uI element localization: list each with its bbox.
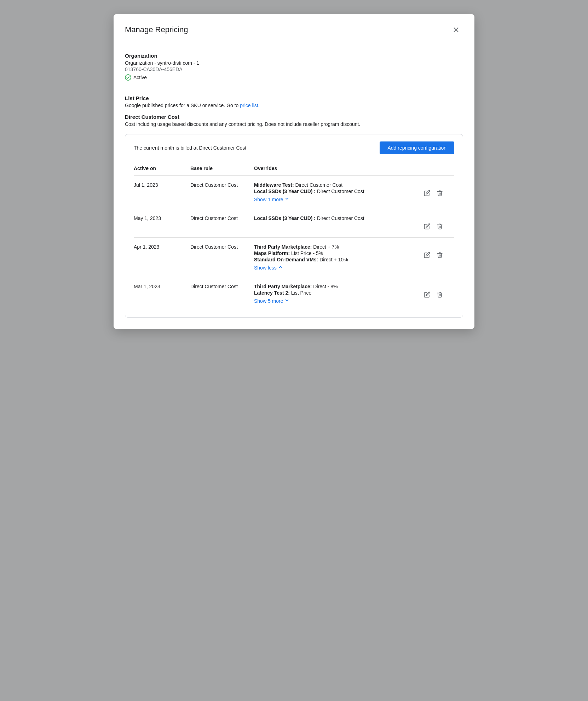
cell-base-rule: Direct Customer Cost — [190, 238, 254, 277]
close-button[interactable] — [449, 23, 463, 37]
table-row: Mar 1, 2023Direct Customer CostThird Par… — [134, 277, 454, 311]
table-row: Jul 1, 2023Direct Customer CostMiddlewar… — [134, 176, 454, 209]
delete-button[interactable] — [435, 189, 444, 198]
chevron-down-icon — [284, 298, 289, 304]
table-header-row: Active on Base rule Overrides — [134, 161, 454, 176]
col-overrides: Overrides — [254, 161, 422, 176]
modal: Manage Repricing Organization Organizati… — [114, 14, 474, 329]
col-base-rule: Base rule — [190, 161, 254, 176]
list-price-title: List Price — [125, 95, 463, 101]
chevron-down-icon — [284, 196, 289, 202]
price-list-link[interactable]: price list — [240, 103, 258, 108]
delete-icon — [437, 291, 443, 298]
modal-title: Manage Repricing — [125, 25, 188, 34]
override-item: Third Party Marketplace: Direct - 8% — [254, 284, 418, 289]
org-section-title: Organization — [125, 53, 463, 59]
cell-date: Jul 1, 2023 — [134, 176, 190, 209]
cell-actions — [422, 238, 454, 277]
edit-icon — [424, 291, 430, 298]
modal-body: Organization Organization - syntro-disti… — [114, 44, 474, 329]
override-item: Third Party Marketplace: Direct + 7% — [254, 244, 418, 250]
billing-row: The current month is billed at Direct Cu… — [134, 141, 454, 154]
cell-base-rule: Direct Customer Cost — [190, 209, 254, 238]
backdrop: Manage Repricing Organization Organizati… — [0, 0, 588, 701]
actions-container — [422, 182, 450, 198]
table-row: Apr 1, 2023Direct Customer CostThird Par… — [134, 238, 454, 277]
table-row: May 1, 2023Direct Customer CostLocal SSD… — [134, 209, 454, 238]
edit-icon — [424, 190, 430, 196]
cell-date: Apr 1, 2023 — [134, 238, 190, 277]
org-name: Organization - syntro-disti.com - 1 — [125, 60, 463, 66]
cell-overrides: Third Party Marketplace: Direct + 7%Maps… — [254, 238, 422, 277]
override-item: Local SSDs (3 Year CUD) : Direct Custome… — [254, 189, 418, 194]
col-actions — [422, 161, 454, 176]
cell-overrides: Middleware Test: Direct Customer CostLoc… — [254, 176, 422, 209]
edit-button[interactable] — [422, 189, 432, 198]
delete-button[interactable] — [435, 222, 444, 231]
cell-base-rule: Direct Customer Cost — [190, 277, 254, 311]
cell-overrides: Third Party Marketplace: Direct - 8%Late… — [254, 277, 422, 311]
override-item: Maps Platform: List Price - 5% — [254, 250, 418, 256]
delete-icon — [437, 223, 443, 230]
override-item: Middleware Test: Direct Customer Cost — [254, 182, 418, 188]
cell-actions — [422, 277, 454, 311]
delete-icon — [437, 252, 443, 258]
cell-overrides: Local SSDs (3 Year CUD) : Direct Custome… — [254, 209, 422, 238]
org-id: 013760-CA30DA-456EDA — [125, 66, 463, 72]
override-item: Latency Test 2: List Price — [254, 290, 418, 296]
actions-container — [422, 215, 450, 231]
override-item: Local SSDs (3 Year CUD) : Direct Custome… — [254, 215, 418, 221]
direct-cost-title: Direct Customer Cost — [125, 114, 463, 120]
edit-icon — [424, 252, 430, 258]
override-item: Standard On-Demand VMs: Direct + 10% — [254, 257, 418, 262]
org-status-text: Active — [133, 75, 147, 80]
direct-cost-description: Cost including usage based discounts and… — [125, 121, 463, 127]
actions-container — [422, 244, 450, 260]
svg-point-2 — [125, 75, 131, 80]
edit-button[interactable] — [422, 222, 432, 231]
cell-date: May 1, 2023 — [134, 209, 190, 238]
chevron-up-icon — [278, 265, 283, 271]
edit-button[interactable] — [422, 290, 432, 299]
delete-button[interactable] — [435, 290, 444, 299]
add-repricing-button[interactable]: Add repricing configuration — [380, 141, 454, 154]
close-icon — [452, 26, 460, 34]
cell-date: Mar 1, 2023 — [134, 277, 190, 311]
show-more-button[interactable]: Show 5 more — [254, 298, 289, 304]
delete-icon — [437, 190, 443, 196]
cell-actions — [422, 209, 454, 238]
show-less-button[interactable]: Show less — [254, 265, 283, 271]
cell-base-rule: Direct Customer Cost — [190, 176, 254, 209]
org-status-badge: Active — [125, 74, 463, 81]
billing-box: The current month is billed at Direct Cu… — [125, 134, 463, 318]
col-active-on: Active on — [134, 161, 190, 176]
edit-button[interactable] — [422, 250, 432, 260]
show-more-button[interactable]: Show 1 more — [254, 196, 289, 202]
billing-text: The current month is billed at Direct Cu… — [134, 145, 246, 151]
modal-header: Manage Repricing — [114, 14, 474, 44]
organization-section: Organization Organization - syntro-disti… — [125, 53, 463, 81]
repricing-table: Active on Base rule Overrides Jul 1, 202… — [134, 161, 454, 310]
list-price-description: Google published prices for a SKU or ser… — [125, 103, 463, 108]
delete-button[interactable] — [435, 250, 444, 260]
divider-1 — [125, 88, 463, 88]
edit-icon — [424, 223, 430, 230]
active-icon — [125, 74, 131, 81]
list-price-section: List Price Google published prices for a… — [125, 95, 463, 108]
actions-container — [422, 284, 450, 299]
direct-customer-cost-section: Direct Customer Cost Cost including usag… — [125, 114, 463, 127]
cell-actions — [422, 176, 454, 209]
